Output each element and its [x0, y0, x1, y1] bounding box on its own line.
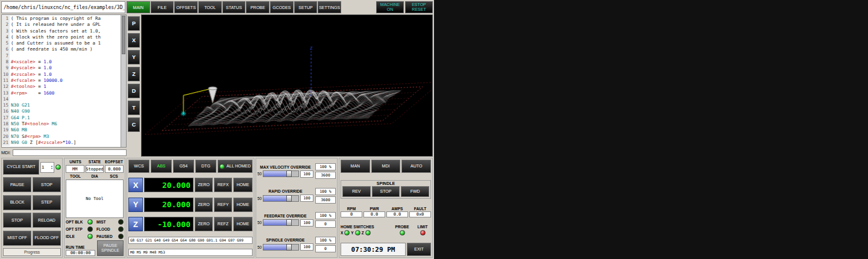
mist-led [118, 219, 124, 225]
wcs-button[interactable]: WCS [128, 160, 149, 173]
idle-indicator: IDLE [66, 234, 93, 239]
flood-off-button[interactable]: FLOOD OFF [33, 231, 61, 246]
machine-on-button[interactable]: MACHINE ON [376, 1, 404, 13]
feedrate-slider-handle[interactable] [286, 219, 292, 226]
opt-stop-button[interactable]: STOP [3, 213, 31, 228]
mode-man-button[interactable]: MAN [341, 160, 370, 173]
zero-x-button[interactable]: ZERO [195, 178, 213, 192]
refx-button[interactable]: REFX [214, 178, 232, 192]
spindle-stop-button[interactable]: STOP [372, 186, 400, 197]
scrollbar-thumb[interactable] [122, 16, 125, 54]
axis-x-button[interactable]: X [128, 178, 143, 192]
menu-settings[interactable]: SETTINGS [318, 1, 341, 13]
exit-button[interactable]: EXIT [407, 243, 431, 256]
view-dimensions-button[interactable]: D [128, 84, 140, 98]
gcode-editor[interactable]: 1( This program is copyright of Ra2( It … [1, 14, 127, 148]
view-clear-button[interactable]: C [128, 117, 140, 132]
spindle-fwd-button[interactable]: FWD [401, 186, 429, 197]
g54-button[interactable]: G54 [173, 160, 194, 173]
spinner-down-icon[interactable]: ▼ [51, 167, 53, 170]
axis-x-row: X 20.000 ZERO REFX HOME [128, 178, 253, 192]
mode-auto-button[interactable]: AUTO [401, 160, 431, 173]
rapid-percent: 100 % [315, 188, 336, 195]
menu-main[interactable]: MAIN [127, 1, 150, 13]
menu-tool[interactable]: TOOL [198, 1, 222, 13]
mist-indicator: MIST [96, 219, 124, 225]
dual-linuxcnc-workspace: /home/chris/linuxcnc/nc_files/examples/3… [0, 0, 434, 259]
pause-button[interactable]: PAUSE [3, 177, 31, 192]
max-velocity-percent: 100 % [315, 163, 336, 170]
reload-button[interactable]: RELOAD [33, 213, 61, 228]
view-z-button[interactable]: Z [128, 67, 140, 81]
status-group: UNITS STATE EOFFSET MM Stopped 0.000 TOO… [64, 158, 125, 258]
view-y-button[interactable]: Y [128, 50, 140, 64]
view-perspective-button[interactable]: P [128, 16, 140, 31]
opt-blk-label: OPT BLK [66, 220, 83, 224]
spindle-percent: 100 % [315, 237, 336, 244]
max-velocity-override: MAX VELOCITY OVERRIDE 50 100 100 % 3600 [257, 160, 336, 183]
axis-z-button[interactable]: Z [128, 217, 143, 231]
opt-block-button[interactable]: BLOCK [3, 195, 31, 210]
cycle-start-button[interactable]: CYCLE START [3, 160, 39, 175]
power-buttons: MACHINE ON ESTOP RESET [376, 1, 433, 13]
spinner-arrows[interactable]: ▲▼ [51, 165, 53, 170]
gcode-line: 5( and Cutter is assumed to be a 1 [2, 40, 120, 46]
rapid-slider[interactable] [263, 195, 299, 202]
toolpath-preview-canvas[interactable] [142, 15, 432, 156]
menu-status[interactable]: STATUS [222, 1, 246, 13]
mdi-input[interactable] [13, 149, 127, 156]
rapid-slider-handle[interactable] [286, 195, 292, 202]
feedrate-value: 0 [315, 220, 336, 228]
menu-gcodes[interactable]: GCODES [270, 1, 294, 13]
feedrate-slider[interactable] [263, 219, 299, 226]
home-z-led [365, 230, 371, 236]
home-z-button[interactable]: HOME [233, 217, 253, 231]
tool-value: No Tool [66, 179, 124, 218]
gcode-line: 17G64 P.1 [2, 115, 120, 121]
feedrate-override: FEEDRATE OVERRIDE 50 100 100 % 0 [257, 208, 336, 232]
mode-mdi-button[interactable]: MDI [371, 160, 401, 173]
mdi-row: MDI: [1, 148, 127, 157]
spindle-slider-handle[interactable] [286, 244, 292, 251]
menu-probe[interactable]: PROBE [246, 1, 269, 13]
view-x-button[interactable]: X [128, 33, 140, 48]
spindle-slider[interactable] [263, 244, 299, 251]
axis-y-button[interactable]: Y [128, 198, 143, 212]
abs-button[interactable]: ABS [151, 160, 172, 173]
gcode-line: 10#<zscale> = 1.0 [2, 72, 120, 78]
editor-scrollbar[interactable] [121, 15, 126, 147]
zero-y-button[interactable]: ZERO [195, 198, 213, 212]
stop-button[interactable]: STOP [33, 177, 61, 192]
home-y-button[interactable]: HOME [233, 198, 253, 212]
refz-button[interactable]: REFZ [214, 217, 232, 231]
run-time-row: RUN TIME 00:00:00 PAUSE SPINDLE [66, 240, 124, 256]
menu-setup[interactable]: SETUP [294, 1, 318, 13]
estop-reset-button[interactable]: ESTOP RESET [405, 1, 433, 13]
all-homed-button[interactable]: ALL HOMED [218, 160, 253, 173]
3d-preview[interactable] [141, 14, 433, 157]
home-x-label: X [341, 231, 343, 235]
zero-z-button[interactable]: ZERO [195, 217, 213, 231]
y-position-dro: 20.000 [144, 198, 193, 212]
pwr-header: PWR [363, 207, 385, 211]
amps-header: AMPS [386, 207, 408, 211]
file-path[interactable]: /home/chris/linuxcnc/nc_files/examples/3… [1, 1, 125, 13]
home-x-button[interactable]: HOME [233, 178, 253, 192]
home-x-led [344, 230, 350, 236]
gcode-line: 2( It is released here under a GPL [2, 22, 120, 28]
view-toolpath-button[interactable]: T [128, 101, 140, 115]
spindle-rev-button[interactable]: REV [342, 186, 371, 197]
refy-button[interactable]: REFY [214, 198, 232, 212]
step-button[interactable]: STEP [33, 195, 61, 210]
pause-spindle-button[interactable]: PAUSE SPINDLE [97, 240, 124, 256]
max-velocity-title: MAX VELOCITY OVERRIDE [257, 165, 313, 169]
mist-off-button[interactable]: MIST OFF [3, 231, 31, 246]
dtg-button[interactable]: DTG [195, 160, 216, 173]
max-velocity-slider-handle[interactable] [286, 170, 292, 177]
menu-offsets[interactable]: OFFSETS [174, 1, 198, 13]
all-homed-led [219, 164, 225, 169]
menu-file[interactable]: FILE [151, 1, 174, 13]
max-velocity-slider[interactable] [263, 170, 299, 177]
rapid-override: RAPID OVERRIDE 50 100 100 % 3600 [257, 184, 336, 208]
cycle-count-spinner[interactable]: 1 ▲▼ [40, 162, 54, 173]
